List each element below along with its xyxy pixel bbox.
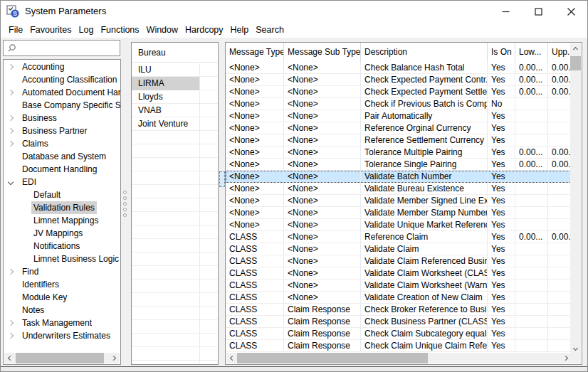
sidebar-item-base-company-specific-setting[interactable]: Base Company Specific Setting (4, 99, 120, 112)
minimize-button[interactable] (489, 1, 522, 22)
sidebar-item-underwriters-estimates[interactable]: Underwriters Estimates (4, 329, 120, 342)
table-horizontal-scrollbar[interactable] (226, 353, 572, 363)
table-row[interactable]: <None><None>Tolerance Multiple PairingYe… (226, 147, 571, 159)
table-row[interactable]: <None><None>Validate Member Stamp Number… (226, 207, 571, 219)
sidebar-item-jv-mappings[interactable]: JV Mappings (4, 227, 120, 240)
table-cell: 0.00... (548, 147, 571, 159)
menu-item-log[interactable]: Log (75, 23, 98, 36)
menu-item-search[interactable]: Search (252, 23, 288, 36)
column-header-message-type[interactable]: Message Type (226, 43, 284, 62)
bureau-row-joint-venture[interactable]: Joint Venture (132, 117, 218, 131)
sidebar-item-claims[interactable]: Claims (4, 137, 120, 150)
scrollbar-thumb[interactable] (570, 56, 581, 70)
table-cell: 0.00... (548, 231, 571, 243)
table-row[interactable]: <None><None>Pair AutomaticallyYes (226, 110, 571, 122)
column-header-description[interactable]: Description (361, 43, 488, 62)
sidebar-item-notifications[interactable]: Notifications (4, 240, 120, 253)
table-row[interactable]: <None><None>Validate Unique Market Refer… (226, 219, 571, 231)
table-cell: <None> (226, 207, 284, 219)
table-row[interactable]: <None><None>Validate Bureau ExistenceYes (226, 183, 571, 195)
table-cell: Yes (488, 316, 515, 328)
table-cell: <None> (284, 267, 361, 280)
column-header-is-on[interactable]: Is On (488, 43, 515, 62)
scroll-up-button[interactable] (570, 43, 581, 54)
table-row[interactable]: <None><None>Validate Member Signed Line … (226, 195, 571, 207)
scroll-left-button[interactable] (4, 353, 15, 363)
menu-item-help[interactable]: Help (227, 23, 253, 36)
sidebar-item-automated-document-handling[interactable]: Automated Document Handling (4, 86, 120, 99)
table-row[interactable]: CLASS<None>Validate Claim Referenced Bus… (226, 255, 571, 267)
column-header-low-[interactable]: Low... (515, 43, 548, 62)
table-row[interactable]: CLASSClaim ResponseCheck Claim Unique Cl… (226, 340, 571, 352)
sidebar-item-identifiers[interactable]: Identifiers (4, 278, 120, 291)
scroll-right-button[interactable] (109, 353, 120, 363)
bureau-column-header[interactable]: Bureau (132, 43, 218, 63)
panel-splitter-handle[interactable] (219, 171, 225, 187)
table-cell: <None> (284, 183, 361, 195)
table-row[interactable]: CLASSClaim ResponseCheck Broker Referenc… (226, 304, 571, 316)
menu-item-functions[interactable]: Functions (97, 23, 142, 36)
sidebar-item-limnet-business-logic[interactable]: Limnet Business Logic (4, 253, 120, 265)
table-cell (548, 255, 571, 267)
sidebar-item-document-handling[interactable]: Document Handling (4, 163, 120, 176)
menu-item-window[interactable]: Window (143, 23, 182, 36)
sidebar-item-module-key[interactable]: Module Key (4, 291, 120, 304)
table-row[interactable]: CLASS<None>Validate Claim Worksheet (CLA… (226, 267, 571, 280)
sidebar-item-business[interactable]: Business (4, 112, 120, 124)
table-row[interactable]: <None><None>Check Balance Hash TotalYes0… (226, 62, 571, 74)
sidebar-item-edi[interactable]: EDI (4, 176, 120, 188)
table-cell: <None> (284, 243, 361, 255)
column-header-upp-[interactable]: Upp... (548, 43, 571, 62)
table-row[interactable]: CLASSClaim ResponseCheck Claim Subcatego… (226, 328, 571, 340)
scrollbar-thumb[interactable] (237, 353, 428, 363)
table-cell (548, 122, 571, 134)
table-cell (548, 110, 571, 122)
table-row[interactable]: CLASS<None>Validate Creation of New Clai… (226, 292, 571, 304)
sidebar-item-accounting[interactable]: Accounting (4, 60, 120, 73)
bureau-row-lloyds[interactable]: Lloyds (132, 90, 218, 104)
table-vertical-scrollbar[interactable] (570, 43, 581, 354)
table-cell (548, 328, 571, 340)
table-cell: 0.00... (515, 147, 548, 159)
close-button[interactable] (555, 1, 587, 22)
table-row[interactable]: CLASS<None>Reference ClaimYes0.00...0.00… (226, 231, 571, 243)
table-cell: Yes (488, 122, 515, 134)
table-row[interactable]: <None><None>Check if Previous Batch is C… (226, 98, 571, 110)
maximize-button[interactable] (522, 1, 555, 22)
table-row[interactable]: CLASSClaim ResponseCheck Business Partne… (226, 316, 571, 328)
table-row[interactable]: <None><None>Check Expected Payment Settl… (226, 86, 571, 98)
sidebar-item-accounting-classification[interactable]: Accounting Classification (4, 73, 120, 86)
table-cell: Yes (488, 255, 515, 267)
table-cell: <None> (284, 122, 361, 134)
tree-horizontal-scrollbar[interactable] (4, 353, 120, 363)
sidebar-item-find[interactable]: Find (4, 265, 120, 278)
scroll-left-button[interactable] (226, 353, 237, 363)
table-row[interactable]: <None><None>Check Expected Payment Contr… (226, 74, 571, 86)
table-row[interactable]: <None><None>Reference Orginal CurrencyYe… (226, 122, 571, 134)
sidebar-item-default[interactable]: Default (4, 188, 120, 201)
table-row[interactable]: CLASS<None>Validate Claim Worksheet (War… (226, 280, 571, 292)
sidebar-item-database-and-system[interactable]: Database and System (4, 150, 120, 163)
tree-splitter-handle[interactable] (122, 191, 130, 219)
table-row[interactable]: CLASS<None>Validate ClaimYes (226, 243, 571, 255)
menu-item-hardcopy[interactable]: Hardcopy (182, 23, 227, 36)
sidebar-item-limnet-mappings[interactable]: Limnet Mappings (4, 214, 120, 227)
table-cell: CLASS (226, 231, 284, 243)
sidebar-item-business-partner[interactable]: Business Partner (4, 124, 120, 137)
table-cell: Reference Orginal Currency (361, 122, 488, 134)
table-row[interactable]: <None><None>Tolerance Single PairingYes0… (226, 159, 571, 171)
sidebar-item-notes[interactable]: Notes (4, 304, 120, 317)
search-input[interactable] (3, 40, 120, 56)
scrollbar-thumb[interactable] (16, 353, 104, 363)
bureau-row-vnab[interactable]: VNAB (132, 104, 218, 117)
table-row[interactable]: <None><None>Reference Settlement Currenc… (226, 134, 571, 147)
sidebar-item-task-management[interactable]: Task Management (4, 317, 120, 329)
bureau-row-lirma[interactable]: LIRMA (132, 77, 218, 90)
table-row[interactable]: <None><None>Validate Batch NumberYes (226, 171, 571, 183)
table-cell (548, 171, 571, 183)
bureau-row-ilu[interactable]: ILU (132, 63, 218, 77)
sidebar-item-validation-rules[interactable]: Validation Rules (4, 201, 120, 214)
menu-item-favourites[interactable]: Favourites (26, 23, 75, 36)
column-header-message-sub-type[interactable]: Message Sub Type (284, 43, 361, 62)
menu-item-file[interactable]: File (5, 23, 26, 36)
